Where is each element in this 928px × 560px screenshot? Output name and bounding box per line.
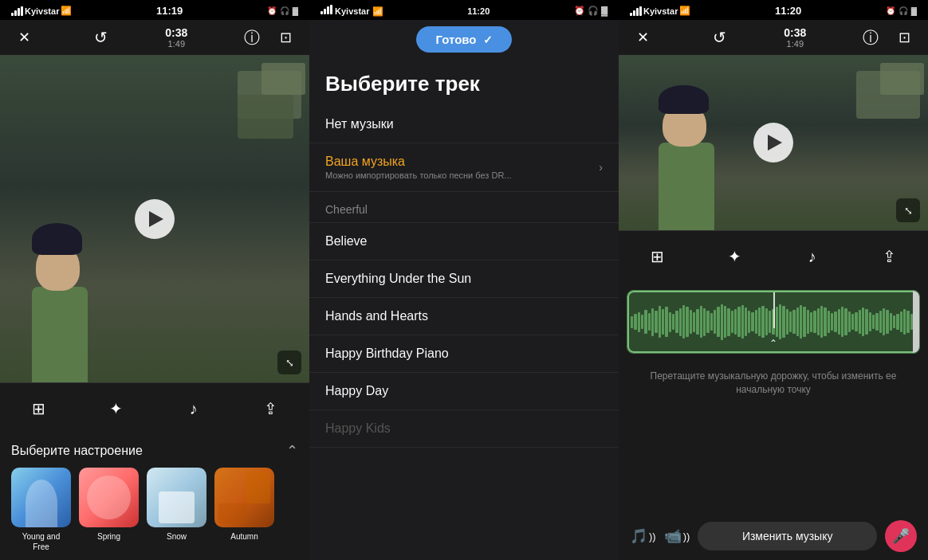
right-status-bar: Kyivstar 📶 11:20 ⏰ 🎧 ▓ — [619, 0, 928, 20]
right-alarm-icon: ⏰ — [886, 6, 895, 15]
track-name-believe: Believe — [325, 234, 367, 249]
right-wifi-icon: 📶 — [679, 6, 690, 16]
left-fullscreen-button[interactable]: ⊡ — [273, 25, 298, 50]
left-status-bar: Kyivstar 📶 11:19 ⏰ 🎧 ▓ — [0, 0, 309, 20]
middle-battery-area: ⏰ 🎧 ▓ — [574, 6, 608, 16]
mic-icon: 🎤 — [892, 527, 910, 545]
left-video-bg: ⤡ — [0, 55, 309, 382]
left-toolbar-icons: ⓘ ⊡ — [239, 25, 298, 50]
video-sound-icon: )) — [683, 531, 690, 542]
left-carrier-name: Kyivstar — [25, 6, 59, 16]
track-item-no-music[interactable]: Нет музыки — [309, 106, 619, 143]
right-bottom-toolbar: ⊞ ✦ ♪ ⇪ — [619, 230, 928, 282]
track-item-everything-under-sun[interactable]: Everything Under the Sun — [309, 260, 619, 298]
mood-section: Выберите настроение ⌃ Young and Free Sp — [0, 434, 309, 560]
music-note-icon: 🎵 — [630, 527, 647, 545]
right-battery-area: ⏰ 🎧 ▓ — [886, 6, 917, 15]
mood-label-snow: Snow — [167, 531, 187, 542]
left-music-button[interactable]: ♪ — [178, 393, 210, 425]
track-item-happy-day[interactable]: Happy Day — [309, 373, 619, 410]
left-headphone-icon: 🎧 — [280, 6, 289, 15]
change-music-button[interactable]: Изменить музыку — [698, 522, 877, 550]
left-close-button[interactable]: ✕ — [11, 25, 37, 50]
mood-thumb-snow — [147, 468, 206, 527]
left-grid-button[interactable]: ⊞ — [23, 393, 55, 425]
right-time: 11:20 — [775, 5, 801, 17]
your-music-chevron-icon: › — [599, 161, 603, 174]
done-check-icon: ✓ — [483, 33, 493, 46]
left-rotate-button[interactable]: ↺ — [88, 25, 114, 50]
left-battery-icon: ▓ — [293, 6, 298, 15]
left-timer: 0:38 1:49 — [165, 26, 187, 49]
waveform-container[interactable]: // Generate waveform bars inline const b… — [627, 290, 920, 354]
track-name-everything-under-sun: Everything Under the Sun — [325, 272, 471, 286]
middle-battery-icon: ▓ — [601, 6, 608, 15]
right-rotate-button[interactable]: ↺ — [707, 25, 733, 50]
right-time-total: 1:49 — [787, 39, 804, 49]
track-name-happy-day: Happy Day — [325, 384, 388, 398]
left-time: 11:19 — [156, 5, 183, 17]
middle-carrier-name: Kyivstar — [335, 6, 369, 16]
right-panel: Kyivstar 📶 11:20 ⏰ 🎧 ▓ ✕ ↺ 0:38 1:49 ⓘ ⊡ — [619, 0, 928, 560]
right-toolbar: ✕ ↺ 0:38 1:49 ⓘ ⊡ — [619, 20, 928, 55]
mood-label-young-and-free: Young and Free — [22, 531, 60, 552]
left-play-button[interactable] — [135, 199, 175, 239]
left-panel: Kyivstar 📶 11:19 ⏰ 🎧 ▓ ✕ ↺ 0:38 1:49 ⓘ ⊡ — [0, 0, 309, 560]
waveform-section: // Generate waveform bars inline const b… — [619, 282, 928, 362]
right-close-button[interactable]: ✕ — [630, 25, 655, 50]
track-select-title: Выберите трек — [309, 59, 619, 106]
right-info-button[interactable]: ⓘ — [858, 25, 883, 50]
waveform-cursor — [773, 291, 775, 328]
your-music-content: Ваша музыка Можно импортировать только п… — [325, 155, 512, 180]
right-video-preview: ⤡ — [619, 55, 928, 230]
done-button[interactable]: Готово ✓ — [416, 26, 511, 53]
mood-item-spring[interactable]: Spring — [79, 468, 139, 552]
left-bottom-toolbar: ⊞ ✦ ♪ ⇪ — [0, 382, 309, 434]
right-signal-icon — [630, 6, 642, 16]
right-music-button[interactable]: ♪ — [796, 241, 828, 272]
mood-item-young-and-free[interactable]: Young and Free — [11, 468, 71, 552]
mood-list: Young and Free Spring Snow — [11, 468, 298, 552]
left-signal-icon — [11, 6, 23, 16]
middle-panel: Kyivstar 📶 11:20 ⏰ 🎧 ▓ Готово ✓ Выберите… — [309, 0, 619, 560]
middle-wifi-icon: 📶 — [372, 6, 383, 16]
left-time-main: 0:38 — [165, 26, 187, 39]
track-item-believe[interactable]: Believe — [309, 223, 619, 260]
mood-item-autumn[interactable]: Autumn — [214, 468, 274, 552]
left-info-button[interactable]: ⓘ — [239, 25, 265, 50]
middle-top-bar: Готово ✓ — [309, 20, 619, 59]
right-video-icon-button[interactable]: 📹 )) — [664, 527, 690, 545]
mood-chevron-icon[interactable]: ⌃ — [286, 442, 298, 460]
track-sub-your-music: Можно импортировать только песни без DR.… — [325, 170, 512, 180]
microphone-button[interactable]: 🎤 — [885, 520, 917, 552]
right-music-note-button[interactable]: 🎵 )) — [630, 527, 656, 545]
left-effects-button[interactable]: ✦ — [100, 393, 132, 425]
right-fullscreen-button[interactable]: ⊡ — [891, 25, 917, 50]
track-name-happy-birthday-piano: Happy Birthday Piano — [325, 347, 449, 361]
track-item-happy-kids[interactable]: Happy Kids — [309, 410, 619, 448]
left-share-button[interactable]: ⇪ — [255, 393, 287, 425]
right-play-button[interactable] — [753, 123, 793, 163]
done-button-label: Готово — [435, 33, 476, 46]
right-carrier: Kyivstar 📶 — [630, 6, 690, 16]
right-toolbar-icons: ⓘ ⊡ — [858, 25, 917, 50]
right-carrier-name: Kyivstar — [643, 6, 678, 16]
right-effects-button[interactable]: ✦ — [719, 241, 751, 272]
right-music-bar: 🎵 )) 📹 )) Изменить музыку 🎤 — [619, 512, 928, 560]
expand-icon: ⤡ — [285, 357, 294, 369]
waveform-arrow-icon: ⌃ — [769, 338, 777, 349]
right-share-button[interactable]: ⇪ — [874, 241, 906, 272]
track-item-your-music[interactable]: Ваша музыка Можно импортировать только п… — [309, 143, 619, 192]
mood-label-autumn: Autumn — [230, 531, 258, 542]
track-item-hands-and-hearts[interactable]: Hands and Hearts — [309, 298, 619, 335]
right-grid-button[interactable]: ⊞ — [642, 241, 674, 272]
right-expand-button[interactable]: ⤡ — [896, 198, 920, 222]
left-carrier: Kyivstar 📶 — [11, 6, 72, 16]
track-list: Нет музыки Ваша музыка Можно импортирова… — [309, 106, 619, 560]
track-item-happy-birthday-piano[interactable]: Happy Birthday Piano — [309, 335, 619, 373]
track-name-your-music: Ваша музыка — [325, 155, 512, 169]
mood-item-snow[interactable]: Snow — [147, 468, 206, 552]
left-expand-button[interactable]: ⤡ — [277, 350, 301, 374]
drag-hint: Перетащите музыкальную дорожку, чтобы из… — [619, 362, 928, 405]
right-play-triangle-icon — [768, 135, 782, 151]
